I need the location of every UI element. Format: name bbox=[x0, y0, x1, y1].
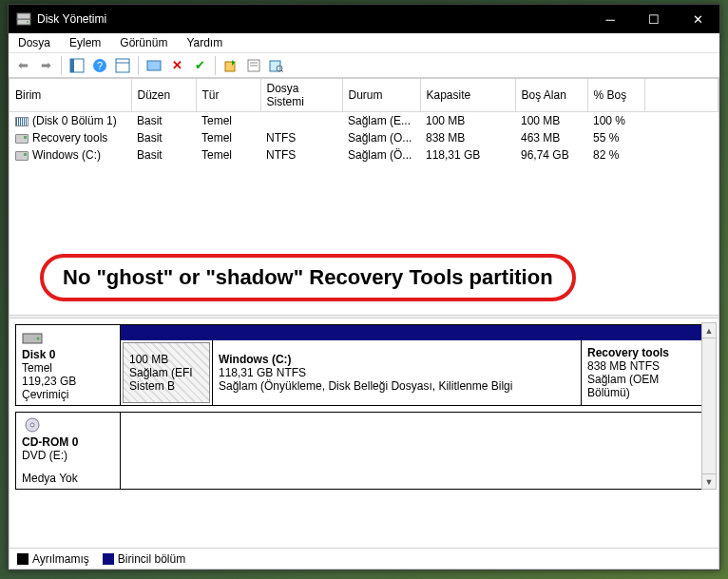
window-title: Disk Yönetimi bbox=[37, 12, 588, 26]
cdrom-label[interactable]: CD-ROM 0 DVD (E:) Medya Yok bbox=[16, 413, 121, 489]
svg-rect-9 bbox=[147, 61, 161, 70]
table-row[interactable]: (Disk 0 Bölüm 1)BasitTemelSağlam (E...10… bbox=[10, 112, 718, 130]
view-button[interactable] bbox=[112, 55, 133, 76]
svg-rect-7 bbox=[116, 59, 129, 72]
partition[interactable]: Windows (C:)118,31 GB NTFSSağlam (Önyükl… bbox=[212, 340, 581, 405]
forward-button[interactable]: ➡ bbox=[35, 55, 56, 76]
disk0-size: 119,23 GB bbox=[22, 375, 114, 388]
disk0-header-bar bbox=[121, 325, 712, 340]
close-button[interactable]: ✕ bbox=[676, 5, 719, 33]
svg-point-20 bbox=[30, 423, 34, 427]
col-pctfree[interactable]: % Boş bbox=[587, 79, 644, 112]
svg-text:?: ? bbox=[97, 60, 103, 71]
volume-icon bbox=[15, 117, 29, 126]
cdrom-row[interactable]: CD-ROM 0 DVD (E:) Medya Yok bbox=[15, 412, 713, 490]
refresh-button[interactable] bbox=[144, 55, 164, 76]
unallocated-swatch bbox=[17, 553, 29, 565]
partition[interactable]: 100 MBSağlam (EFI Sistem B bbox=[123, 342, 210, 403]
col-filesystem[interactable]: Dosya Sistemi bbox=[260, 79, 342, 112]
cdrom-status: Medya Yok bbox=[22, 472, 114, 485]
cdrom-empty bbox=[121, 413, 712, 489]
annotation-callout: No "ghost" or "shadow" Recovery Tools pa… bbox=[40, 254, 576, 301]
col-status[interactable]: Durum bbox=[342, 79, 420, 112]
svg-line-16 bbox=[281, 70, 283, 72]
col-capacity[interactable]: Kapasite bbox=[420, 79, 515, 112]
search-button[interactable] bbox=[266, 55, 287, 76]
partition[interactable]: Recovery tools838 MB NTFSSağlam (OEM Böl… bbox=[581, 340, 708, 405]
disk-management-icon bbox=[16, 11, 31, 27]
col-spacer bbox=[644, 79, 718, 112]
properties-button[interactable] bbox=[243, 55, 264, 76]
column-headers[interactable]: Birim Düzen Tür Dosya Sistemi Durum Kapa… bbox=[10, 79, 718, 112]
scroll-down-button[interactable]: ▼ bbox=[702, 473, 716, 489]
toolbar: ⬅ ➡ ? ✕ ✔ bbox=[9, 53, 719, 78]
table-row[interactable]: Recovery toolsBasitTemelNTFSSağlam (O...… bbox=[10, 129, 718, 146]
disk-map: Disk 0 Temel 119,23 GB Çevrimiçi 100 MBS… bbox=[10, 318, 718, 548]
primary-swatch bbox=[103, 553, 114, 565]
legend-unallocated: Ayrılmamış bbox=[17, 552, 89, 566]
disk0-type: Temel bbox=[22, 361, 114, 375]
menu-action[interactable]: Eylem bbox=[66, 34, 105, 51]
menu-view[interactable]: Görünüm bbox=[116, 34, 171, 51]
legend: Ayrılmamış Birincil bölüm bbox=[10, 548, 718, 569]
col-volume[interactable]: Birim bbox=[10, 79, 131, 112]
titlebar[interactable]: Disk Yönetimi ─ ☐ ✕ bbox=[9, 5, 719, 33]
svg-point-18 bbox=[37, 338, 40, 340]
disk0-name: Disk 0 bbox=[22, 348, 114, 361]
back-button[interactable]: ⬅ bbox=[12, 55, 33, 76]
legend-primary: Birincil bölüm bbox=[103, 552, 185, 566]
minimize-button[interactable]: ─ bbox=[588, 5, 632, 33]
content-area: Birim Düzen Tür Dosya Sistemi Durum Kapa… bbox=[9, 78, 719, 569]
table-row[interactable]: Windows (C:)BasitTemelNTFSSağlam (Ö...11… bbox=[10, 146, 718, 164]
scroll-up-button[interactable]: ▲ bbox=[702, 323, 716, 338]
check-button[interactable]: ✔ bbox=[189, 55, 210, 76]
volume-icon bbox=[15, 134, 29, 144]
maximize-button[interactable]: ☐ bbox=[632, 5, 676, 33]
hard-disk-icon bbox=[22, 329, 43, 346]
cdrom-name: CD-ROM 0 bbox=[22, 435, 114, 449]
col-type[interactable]: Tür bbox=[196, 79, 260, 112]
menu-file[interactable]: Dosya bbox=[14, 34, 54, 51]
menu-help[interactable]: Yardım bbox=[182, 34, 226, 51]
svg-rect-1 bbox=[17, 13, 30, 19]
disk-management-window: Disk Yönetimi ─ ☐ ✕ Dosya Eylem Görünüm … bbox=[8, 4, 720, 570]
disk0-row[interactable]: Disk 0 Temel 119,23 GB Çevrimiçi 100 MBS… bbox=[15, 324, 713, 406]
volume-icon bbox=[15, 151, 29, 161]
action1-button[interactable] bbox=[220, 55, 241, 76]
show-hide-tree-button[interactable] bbox=[67, 55, 87, 76]
map-scrollbar[interactable]: ▲ ▼ bbox=[701, 322, 717, 490]
menubar: Dosya Eylem Görünüm Yardım bbox=[9, 33, 719, 53]
cdrom-icon bbox=[22, 416, 43, 434]
svg-point-2 bbox=[27, 21, 29, 23]
cdrom-line2: DVD (E:) bbox=[22, 449, 114, 462]
col-free[interactable]: Boş Alan bbox=[515, 79, 587, 112]
disk0-label[interactable]: Disk 0 Temel 119,23 GB Çevrimiçi bbox=[16, 325, 121, 405]
delete-button[interactable]: ✕ bbox=[166, 55, 187, 76]
disk0-status: Çevrimiçi bbox=[22, 388, 114, 401]
col-layout[interactable]: Düzen bbox=[131, 79, 196, 112]
help-button[interactable]: ? bbox=[89, 55, 110, 76]
svg-rect-4 bbox=[70, 59, 74, 72]
volume-list[interactable]: Birim Düzen Tür Dosya Sistemi Durum Kapa… bbox=[10, 79, 718, 315]
